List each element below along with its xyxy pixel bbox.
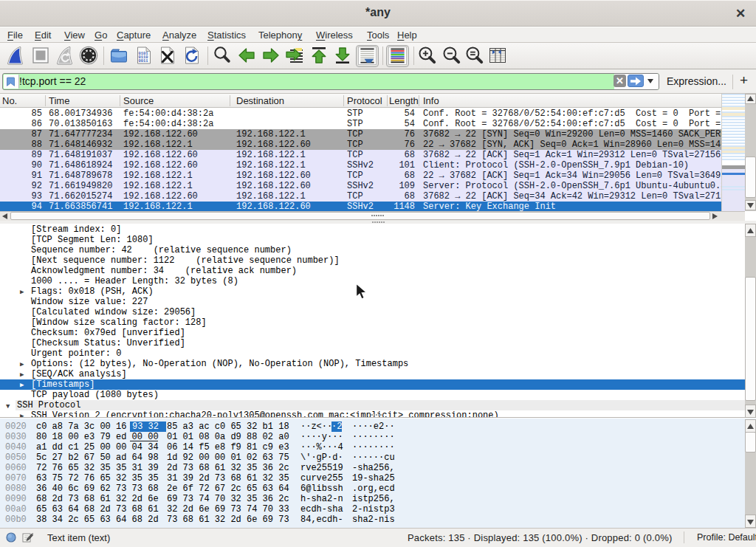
svg-text:0011: 0011	[139, 59, 148, 63]
